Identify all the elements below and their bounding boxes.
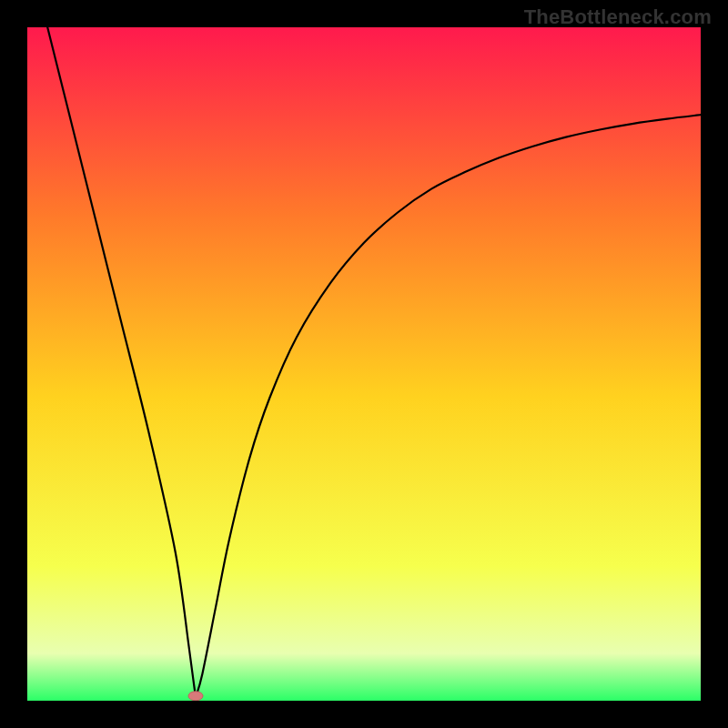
watermark-text: TheBottleneck.com	[524, 5, 712, 29]
minimum-marker	[188, 692, 203, 701]
gradient-background	[27, 27, 701, 701]
chart-frame	[27, 27, 701, 701]
bottleneck-chart	[27, 27, 701, 701]
